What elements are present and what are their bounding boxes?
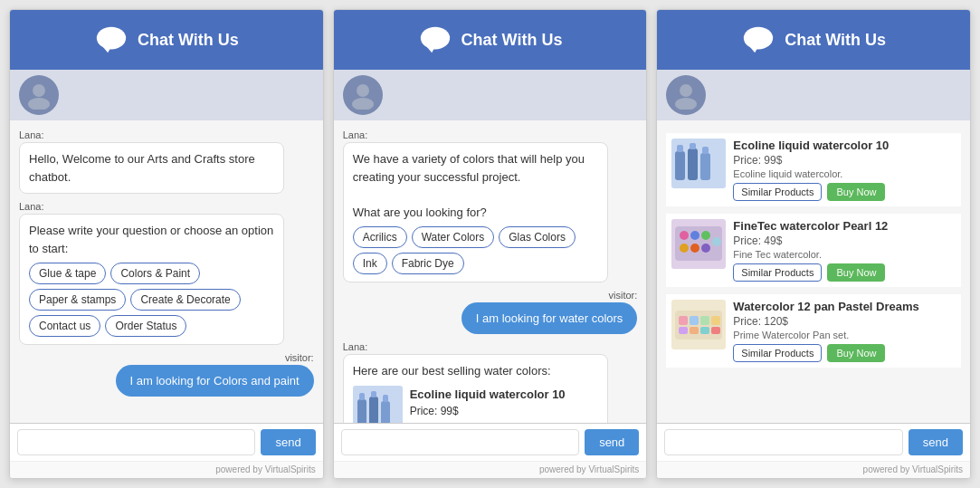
product-list-3: Ecoline liquid watercolor 10 Price: 99$ … [666,129,961,371]
product-actions-3-3: Similar Products Buy Now [733,344,956,362]
lana-label-2b: Lana: [343,341,638,352]
product-card-3-3: Watercolor 12 pan Pastel Dreams Price: 1… [666,294,961,368]
opt-glue-tape[interactable]: Glue & tape [29,263,106,284]
buy-btn-3-1[interactable]: Buy Now [827,183,885,201]
powered-by-1: powered by VirtualSpirits [10,461,323,478]
svg-rect-37 [679,327,688,334]
svg-rect-13 [383,395,388,402]
chat-header-2: Chat With Us [334,10,647,70]
product-desc-3-2: Fine Tec watercolor. [733,249,956,260]
chat-input-row-3: send [657,423,970,461]
svg-point-28 [680,244,689,253]
opt-colors-paint[interactable]: Colors & Paint [110,263,200,284]
svg-point-16 [680,84,692,97]
svg-rect-8 [357,399,366,424]
chat-icon-2 [418,23,452,57]
chat-avatar-3 [666,75,706,115]
product-price-2: Price: 99$ [410,403,566,419]
svg-rect-11 [359,393,365,400]
svg-point-14 [744,27,773,50]
product-info-3-3: Watercolor 12 pan Pastel Dreams Price: 1… [733,300,956,362]
chat-input-2[interactable] [341,429,579,455]
visitor-bubble-1: I am looking for Colors and paint [116,365,314,397]
svg-point-31 [712,237,721,246]
opt-water-colors[interactable]: Water Colors [412,226,495,248]
chat-title-3: Chat With Us [785,31,886,50]
bubble-1b: Please write your question or choose an … [19,214,284,345]
powered-by-2: powered by VirtualSpirits [334,461,647,478]
send-button-3[interactable]: send [909,429,963,455]
lana-msg-1b: Lana: Please write your question or choo… [19,201,314,345]
svg-point-7 [352,98,374,110]
visitor-row-1: visitor: I am looking for Colors and pai… [19,352,314,397]
svg-marker-15 [750,47,759,53]
svg-point-6 [357,84,369,97]
chat-icon-1 [94,23,128,57]
opt-fabric-dye[interactable]: Fabric Dye [392,253,464,274]
svg-rect-21 [677,145,683,152]
svg-rect-33 [679,316,688,325]
product-price-3-3: Price: 120$ [733,315,956,328]
svg-point-2 [33,84,45,97]
visitor-label-1: visitor: [285,352,314,363]
opt-contact-us[interactable]: Contact us [29,315,100,337]
chat-messages-3: Ecoline liquid watercolor 10 Price: 99$ … [657,120,970,423]
product-img-3-2 [671,219,726,269]
chat-avatar-2 [343,75,383,115]
product-desc-3-1: Ecoline liquid watercolor. [733,168,956,179]
product-name-3-2: FineTec watercolor Pearl 12 [733,219,956,233]
svg-marker-5 [426,47,435,53]
welcome-text-1: Hello, Welcome to our Arts and Crafts st… [29,152,255,184]
bubble-2a: We have a variety of colors that will he… [343,142,608,282]
product-name-2: Ecoline liquid watercolor 10 [410,386,566,404]
svg-rect-38 [690,327,699,334]
svg-rect-12 [371,391,376,397]
visitor-row-2: visitor: I am looking for water colors [343,290,638,334]
chat-avatar-1 [19,75,59,115]
chat-icon-3 [741,23,775,57]
similar-btn-3-3[interactable]: Similar Products [733,344,822,362]
send-button-2[interactable]: send [585,429,639,455]
product-card-3-1: Ecoline liquid watercolor 10 Price: 99$ … [666,133,961,206]
svg-point-27 [701,231,710,240]
chat-input-1[interactable] [17,429,255,455]
svg-point-4 [420,27,449,50]
opt-acrilics[interactable]: Acrilics [353,226,407,248]
buy-btn-3-2[interactable]: Buy Now [827,263,885,282]
product-price-3-1: Price: 99$ [733,154,956,167]
opt-paper-stamps[interactable]: Paper & stamps [29,289,126,311]
opt-order-status[interactable]: Order Status [105,315,186,337]
opt-create-decorate[interactable]: Create & Decorate [130,289,240,311]
product-name-3-3: Watercolor 12 pan Pastel Dreams [733,300,956,313]
visitor-label-2: visitor: [609,290,638,301]
chat-input-row-1: send [10,423,323,461]
chat-input-3[interactable] [664,429,902,455]
best-selling-text: Here are our best selling water colors: [353,364,551,378]
svg-point-26 [690,231,699,240]
similar-btn-3-1[interactable]: Similar Products [733,183,822,201]
buy-btn-3-3[interactable]: Buy Now [827,344,885,362]
chat-input-row-2: send [334,423,647,461]
svg-point-17 [675,98,697,110]
powered-by-3: powered by VirtualSpirits [657,461,970,478]
looking-text: What are you looking for? [353,206,487,219]
bubble-1a: Hello, Welcome to our Arts and Crafts st… [19,142,284,194]
lana-msg-2a: Lana: We have a variety of colors that w… [343,129,638,282]
bubble-2b: Here are our best selling water colors: [343,354,608,423]
send-button-1[interactable]: send [261,429,315,455]
chat-title-2: Chat With Us [461,31,563,50]
product-img-3-3 [671,300,726,349]
lana-label-1b: Lana: [19,201,314,212]
opt-glas-colors[interactable]: Glas Colors [499,226,576,248]
product-inline-2: Ecoline liquid watercolor 10 Price: 99$ … [353,386,598,424]
chat-title-1: Chat With Us [138,31,239,50]
product-img-3-1 [671,139,726,188]
svg-point-0 [97,27,126,50]
similar-btn-3-2[interactable]: Similar Products [733,263,822,282]
svg-point-3 [28,98,50,110]
svg-marker-1 [102,47,111,53]
chat-widget-1: Chat With Us Lana: Hello, Welcome to our… [9,9,324,479]
chat-widget-2: Chat With Us Lana: We have a variety of … [333,9,648,479]
lana-label-2a: Lana: [343,129,638,140]
opt-ink[interactable]: Ink [353,253,387,274]
